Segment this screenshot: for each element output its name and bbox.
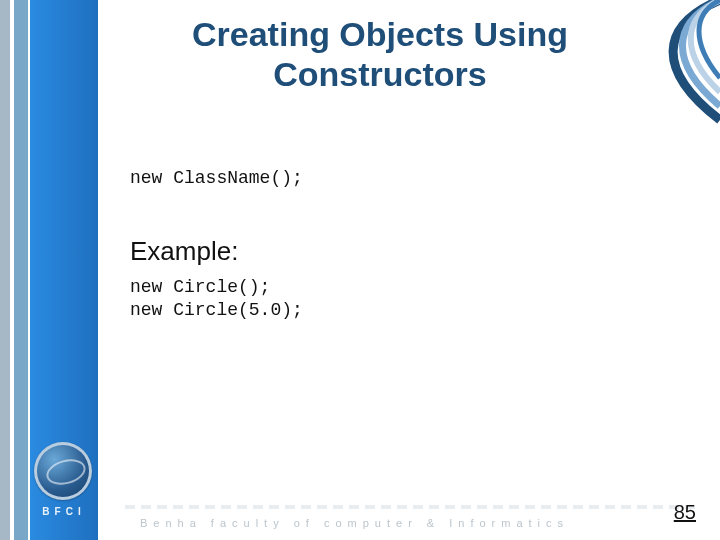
footer-brand: BFCI [28,506,100,517]
example-code-line-2: new Circle(5.0); [130,300,303,320]
footer-text: Benha faculty of computer & Informatics [140,517,569,529]
decoration-stripe-1 [0,0,10,540]
page-number: 85 [674,501,696,524]
syntax-code: new ClassName(); [130,168,303,188]
footer-divider [125,505,700,509]
slide-title: Creating Objects Using Constructors [120,14,640,94]
example-code-line-1: new Circle(); [130,277,270,297]
example-heading: Example: [130,236,238,267]
institution-logo-icon [34,442,92,500]
decoration-stripe-2 [14,0,28,540]
example-code-block: new Circle(); new Circle(5.0); [130,276,303,321]
slide: Creating Objects Using Constructors new … [0,0,720,540]
